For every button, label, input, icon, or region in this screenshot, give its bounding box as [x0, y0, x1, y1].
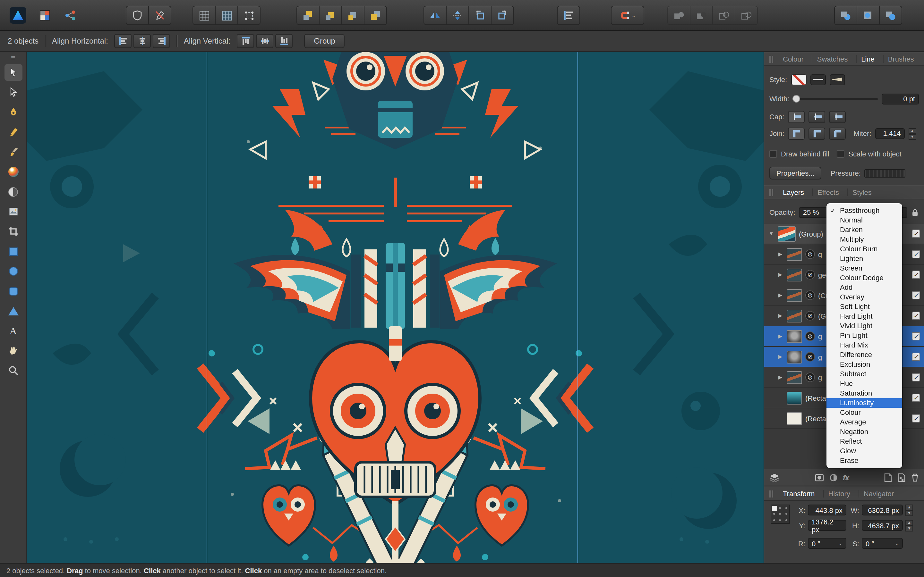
anchor-point-selector[interactable]: [771, 504, 790, 524]
visibility-checkbox[interactable]: ✓: [912, 311, 920, 320]
properties-button[interactable]: Properties...: [769, 167, 822, 179]
add-shapes-button[interactable]: [667, 6, 690, 25]
layer-effects-button[interactable]: fx: [843, 474, 849, 481]
round-join-button[interactable]: [809, 127, 825, 139]
x-field[interactable]: 443.8 px: [808, 504, 846, 516]
blend-options-icon[interactable]: ⊘: [805, 250, 815, 259]
rounded-rectangle-tool[interactable]: [4, 283, 22, 300]
flip-horizontal-button[interactable]: [423, 6, 447, 25]
rotate-ccw-button[interactable]: [468, 6, 491, 25]
blend-options-icon[interactable]: ⊘: [805, 290, 815, 300]
shear-dropdown[interactable]: 0 °: [862, 538, 903, 549]
blend-mode-option[interactable]: Normal: [827, 215, 902, 225]
divide-shapes-button[interactable]: [735, 6, 758, 25]
blend-mode-option[interactable]: Colour Dodge: [827, 273, 902, 283]
triangle-tool[interactable]: [4, 303, 22, 319]
pencil-tool[interactable]: [4, 124, 22, 140]
tab-navigator[interactable]: Navigator: [859, 490, 898, 498]
shield-button[interactable]: [126, 6, 149, 25]
align-bottom-button[interactable]: [275, 34, 292, 48]
stroke-brush-button[interactable]: [829, 74, 845, 85]
tab-swatches[interactable]: Swatches: [812, 55, 852, 63]
move-to-back-button[interactable]: [364, 6, 387, 25]
blend-mode-option[interactable]: Reflect: [827, 437, 902, 446]
blend-options-icon[interactable]: ⊘: [805, 352, 815, 362]
tab-transform[interactable]: Transform: [779, 490, 819, 498]
blend-mode-option[interactable]: Colour: [827, 408, 902, 417]
move-tool[interactable]: [4, 64, 22, 81]
align-right-button[interactable]: [153, 34, 170, 48]
new-pixel-layer-icon[interactable]: [898, 473, 905, 482]
alignment-button[interactable]: [557, 6, 580, 25]
tab-history[interactable]: History: [823, 490, 855, 498]
lock-icon[interactable]: [911, 208, 919, 216]
blend-mode-option[interactable]: Overlay: [827, 292, 902, 302]
blend-mode-option[interactable]: Pin Light: [827, 331, 902, 340]
layer-thumbnail[interactable]: [787, 309, 802, 322]
layer-thumbnail[interactable]: [787, 392, 802, 404]
align-left-button[interactable]: [115, 34, 132, 48]
pressure-profile-widget[interactable]: [865, 169, 906, 177]
y-field[interactable]: 1376.2 px: [808, 520, 846, 531]
artistic-text-tool[interactable]: A: [4, 322, 22, 339]
width-value-field[interactable]: 0 pt: [882, 93, 919, 104]
blend-mode-option[interactable]: Hue: [827, 379, 902, 388]
brush-tool[interactable]: [4, 143, 22, 160]
w-stepper[interactable]: ▲▼: [905, 504, 913, 516]
h-stepper[interactable]: ▲▼: [905, 520, 913, 531]
blend-mode-option[interactable]: Add: [827, 283, 902, 292]
stroke-none-button[interactable]: [791, 74, 806, 85]
width-slider-knob[interactable]: [792, 95, 800, 102]
miter-join-button[interactable]: [788, 127, 805, 139]
panel-grip-icon[interactable]: [769, 189, 773, 196]
disclosure-triangle-icon[interactable]: [777, 354, 783, 359]
pen-tool[interactable]: [4, 104, 22, 121]
designer-persona-button[interactable]: [6, 6, 29, 25]
blend-mode-option[interactable]: Negation: [827, 427, 902, 437]
blend-mode-option[interactable]: Average: [827, 417, 902, 427]
visibility-checkbox[interactable]: ✓: [912, 291, 920, 300]
butt-cap-button[interactable]: [788, 111, 805, 123]
layer-thumbnail[interactable]: [787, 268, 802, 281]
layer-thumbnail[interactable]: [787, 330, 802, 343]
blend-mode-option[interactable]: Vivid Light: [827, 321, 902, 331]
align-middle-button[interactable]: [256, 34, 273, 48]
pen-slash-button[interactable]: [148, 6, 171, 25]
panel-grip-icon[interactable]: [769, 490, 773, 497]
blend-mode-option[interactable]: Darken: [827, 225, 902, 235]
layer-thumbnail[interactable]: [787, 412, 802, 425]
transform-bounds-button[interactable]: [237, 6, 260, 25]
crop-tool[interactable]: [4, 223, 22, 240]
tab-layers[interactable]: Layers: [779, 189, 809, 196]
tab-colour[interactable]: Colour: [779, 55, 808, 63]
selection-bound-left[interactable]: [207, 52, 207, 563]
w-field[interactable]: 6302.8 px: [862, 504, 903, 516]
blend-options-icon[interactable]: ⊘: [805, 270, 815, 279]
stepper-down-icon[interactable]: ▼: [909, 134, 916, 139]
tab-line[interactable]: Line: [856, 55, 879, 63]
transparency-tool[interactable]: [4, 183, 22, 200]
view-tool[interactable]: [4, 342, 22, 359]
visibility-checkbox[interactable]: ✓: [912, 332, 920, 340]
disclosure-triangle-icon[interactable]: [777, 313, 783, 319]
blend-mode-option[interactable]: Screen: [827, 263, 902, 273]
export-persona-button[interactable]: [59, 6, 82, 25]
move-backward-button[interactable]: [341, 6, 365, 25]
blend-options-icon[interactable]: ⊘: [805, 372, 815, 382]
mask-layer-icon[interactable]: [814, 474, 824, 481]
blend-options-icon[interactable]: ⊘: [805, 332, 815, 341]
blend-mode-option[interactable]: Glow: [827, 446, 902, 456]
flip-vertical-button[interactable]: [446, 6, 469, 25]
visibility-checkbox[interactable]: ✓: [912, 394, 920, 402]
blend-mode-option[interactable]: Erase: [827, 456, 902, 466]
rotation-dropdown[interactable]: 0 °: [808, 538, 846, 549]
blend-mode-option[interactable]: Lighten: [827, 254, 902, 263]
draw-behind-fill-checkbox[interactable]: [769, 150, 777, 158]
panel-grip-icon[interactable]: [769, 55, 773, 63]
disclosure-triangle-icon[interactable]: [777, 251, 783, 257]
miter-stepper[interactable]: ▲▼: [909, 128, 916, 139]
zoom-tool[interactable]: [4, 362, 22, 379]
disclosure-triangle-icon[interactable]: [777, 374, 783, 380]
blend-mode-option[interactable]: Soft Light: [827, 302, 902, 311]
visibility-checkbox[interactable]: ✓: [912, 271, 920, 279]
